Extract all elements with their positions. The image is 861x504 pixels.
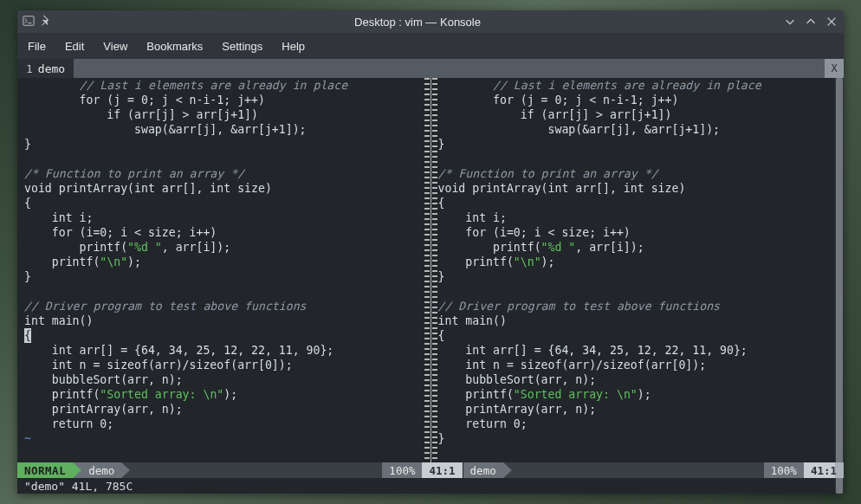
split-panes: // Last i elements are already in place … [17,78,844,462]
tab-close-button[interactable]: X [825,59,844,78]
menu-view[interactable]: View [103,40,127,53]
pane-right[interactable]: // Last i elements are already in place … [431,78,845,462]
status-filename-right: demo [463,462,503,478]
menu-bookmarks[interactable]: Bookmarks [146,40,203,53]
minimize-button[interactable] [783,15,797,29]
status-percent-right: 100% [764,462,804,478]
tab-name: demo [38,62,65,75]
tab-index: 1 [26,62,33,75]
terminal-icon [23,15,35,29]
pane-left[interactable]: // Last i elements are already in place … [17,78,430,462]
terminal-area[interactable]: // Last i elements are already in place … [17,78,844,494]
vim-tabbar: 1 demo X [17,59,844,78]
status-position-left: 41:1 [422,462,462,478]
pin-icon[interactable] [40,15,52,29]
scrollbar-thumb[interactable] [836,78,843,494]
menu-edit[interactable]: Edit [65,40,84,53]
status-fill-right [512,462,764,478]
tabbar-spacer [74,59,825,78]
konsole-window: Desktop : vim — Konsole File Edit View B… [17,10,844,494]
status-filename-left: demo [81,462,121,478]
svg-rect-0 [23,16,34,25]
menu-help[interactable]: Help [282,40,305,53]
command-line[interactable]: "demo" 41L, 785C [17,478,844,494]
status-fill-left [130,462,382,478]
arrow-icon [503,462,512,478]
close-button[interactable] [825,15,838,29]
menu-settings[interactable]: Settings [222,40,262,53]
arrow-icon [121,462,130,478]
mode-indicator: NORMAL [17,462,73,478]
window-title: Desktop : vim — Konsole [52,16,783,29]
arrow-icon [73,462,81,478]
terminal-scrollbar[interactable] [835,78,844,494]
status-percent-left: 100% [382,462,422,478]
maximize-button[interactable] [804,15,818,29]
menubar: File Edit View Bookmarks Settings Help [17,33,844,59]
code-left: // Last i elements are already in place … [17,78,430,446]
code-right: // Last i elements are already in place … [431,78,845,446]
menu-file[interactable]: File [28,40,46,53]
titlebar: Desktop : vim — Konsole [17,10,844,33]
tab-demo[interactable]: 1 demo [17,59,74,78]
statusline-row: NORMAL demo 100% 41:1 demo 100% 41:1 [17,462,844,478]
